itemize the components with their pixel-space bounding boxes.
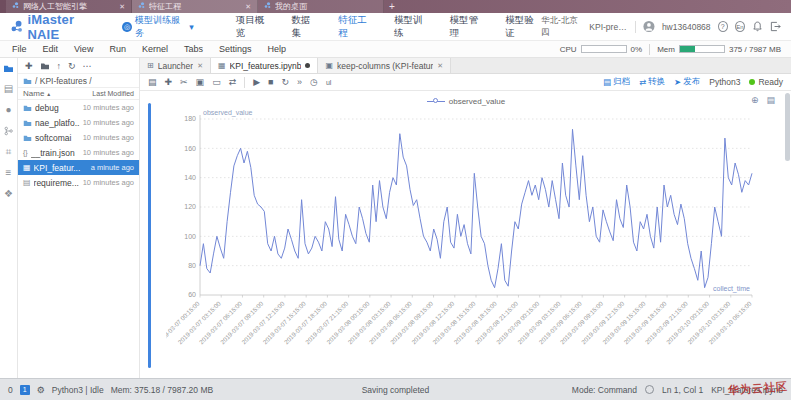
- editor-tab-label: KPI_features.ipynb: [230, 61, 302, 71]
- folder-icon: [23, 77, 32, 85]
- json-icon: {}: [23, 149, 28, 156]
- more-icon[interactable]: ⋯: [83, 61, 92, 71]
- menu-edit[interactable]: Edit: [35, 44, 67, 54]
- column-modified[interactable]: Last Modified: [92, 90, 134, 97]
- grid-icon[interactable]: ⌗: [6, 147, 12, 157]
- menu-help[interactable]: Help: [259, 44, 294, 54]
- kernel-name[interactable]: Python3: [709, 77, 740, 87]
- menu-run[interactable]: Run: [101, 44, 134, 54]
- logo-text: iMaster NAIE: [27, 12, 106, 42]
- menu-kernel[interactable]: Kernel: [134, 44, 176, 54]
- archive-button[interactable]: ▤归档: [603, 76, 630, 88]
- folder-icon[interactable]: [3, 64, 14, 73]
- file-browser: ✚↑↻⋯ / KPI-features / Name ▲ Last Modifi…: [18, 58, 140, 378]
- scrollbar-thumb[interactable]: [785, 93, 790, 161]
- new-tab-button[interactable]: +: [384, 0, 400, 13]
- region-label[interactable]: 华北-北京四: [541, 15, 582, 39]
- notebook-icon: ▦: [218, 61, 226, 70]
- language-icon[interactable]: En: [735, 21, 745, 32]
- editor-tab-0[interactable]: ⊞Launcher✕: [140, 58, 211, 73]
- exec-time-icon[interactable]: ◷: [310, 78, 318, 87]
- close-icon[interactable]: ✕: [245, 3, 251, 11]
- running-icon[interactable]: ▤: [4, 84, 13, 94]
- refresh-icon[interactable]: ↻: [68, 61, 76, 71]
- chart-legend[interactable]: observed_value: [166, 95, 766, 107]
- editor-tab-1[interactable]: ▦KPI_features.ipynb: [211, 58, 318, 73]
- cursor-position[interactable]: Ln 1, Col 1: [662, 385, 703, 395]
- action-label: 转换: [648, 76, 665, 88]
- file-row[interactable]: ▤requireme...10 minutes ago: [18, 175, 139, 190]
- file-row[interactable]: ▦KPI_featur...a minute ago: [18, 160, 139, 175]
- interrupt-icon[interactable]: ■: [268, 78, 273, 87]
- ext-icon[interactable]: ul: [326, 79, 331, 86]
- help-icon[interactable]: ?: [718, 21, 728, 32]
- file-row[interactable]: {}__train.json10 minutes ago: [18, 145, 139, 160]
- file-row[interactable]: nae_platfo...10 minutes ago: [18, 115, 139, 130]
- upload-icon[interactable]: ↑: [57, 61, 62, 71]
- nav-item-5[interactable]: 模型验证: [505, 14, 541, 40]
- nav-item-1[interactable]: 数据集: [291, 14, 318, 40]
- logout-icon[interactable]: [770, 21, 781, 32]
- close-icon[interactable]: ✕: [119, 3, 125, 11]
- paste-icon[interactable]: ▭: [212, 78, 221, 87]
- column-name[interactable]: Name: [23, 89, 44, 98]
- file-row[interactable]: softcomai10 minutes ago: [18, 130, 139, 145]
- mode-indicator[interactable]: Mode: Command: [572, 385, 637, 395]
- breadcrumb[interactable]: / KPI-features /: [18, 74, 139, 87]
- app-header: iMaster NAIE ◎ 模型训练服务 ▾ 项目概览数据集特征工程模型训练模…: [0, 13, 791, 41]
- run-icon[interactable]: ▶: [253, 78, 260, 87]
- menu-view[interactable]: View: [66, 44, 101, 54]
- kernel-indicator[interactable]: Python3 | Idle: [52, 385, 104, 395]
- publish-button[interactable]: ➤发布: [674, 76, 700, 88]
- file-row[interactable]: debug10 minutes ago: [18, 100, 139, 115]
- browser-tab-1[interactable]: 特征工程✕: [132, 0, 258, 13]
- nav-item-2[interactable]: 特征工程: [338, 14, 374, 40]
- close-icon[interactable]: ✕: [437, 62, 443, 70]
- nav-item-0[interactable]: 项目概览: [236, 14, 272, 40]
- git-icon[interactable]: [4, 126, 13, 136]
- service-dropdown[interactable]: ◎ 模型训练服务 ▾: [122, 14, 193, 40]
- restart-icon[interactable]: ↻: [282, 78, 290, 87]
- menu-tabs[interactable]: Tabs: [176, 44, 211, 54]
- unsaved-dot-icon: [305, 63, 310, 68]
- browser-tab-2[interactable]: 我的桌面: [258, 0, 384, 13]
- new-folder-icon[interactable]: [40, 62, 50, 70]
- menu-settings[interactable]: Settings: [211, 44, 260, 54]
- puzzle-icon[interactable]: ❖: [4, 189, 13, 199]
- zoom-in-icon[interactable]: ⊕: [751, 95, 759, 105]
- scrollbar[interactable]: [785, 93, 790, 374]
- bell-icon[interactable]: [752, 21, 763, 32]
- gear-icon[interactable]: ⚙: [37, 385, 45, 395]
- convert-button[interactable]: ⇄转换: [639, 76, 665, 88]
- notification-circle-icon[interactable]: [645, 385, 654, 394]
- kernels-count-badge[interactable]: 1: [20, 385, 30, 395]
- editor-tab-2[interactable]: ▣keep-columns (KPI-featur✕: [318, 58, 451, 73]
- copy-icon[interactable]: ▣: [196, 78, 205, 87]
- cut-icon[interactable]: ✂: [180, 78, 188, 87]
- list-icon[interactable]: ≡: [6, 168, 12, 178]
- avatar[interactable]: [643, 20, 655, 33]
- circle-icon[interactable]: ●: [5, 105, 11, 115]
- terminals-count[interactable]: 0: [8, 385, 13, 395]
- new-icon[interactable]: ✚: [25, 61, 33, 71]
- username-label[interactable]: hw13640868: [662, 22, 711, 32]
- menu-file[interactable]: File: [4, 44, 35, 54]
- cpu-label: CPU: [560, 45, 577, 54]
- insert-below-icon[interactable]: ✚: [165, 78, 173, 87]
- close-icon[interactable]: ✕: [197, 62, 203, 70]
- svg-text:80: 80: [188, 262, 196, 269]
- save-icon[interactable]: ▤: [148, 78, 157, 87]
- nav-item-4[interactable]: 模型管理: [450, 14, 486, 40]
- cpu-meter: [581, 45, 627, 53]
- tab-favicon-icon: [12, 2, 19, 11]
- nav-item-3[interactable]: 模型训练: [394, 14, 430, 40]
- file-modified: 10 minutes ago: [83, 118, 134, 127]
- swap-icon[interactable]: ⇄: [229, 78, 237, 87]
- export-icon[interactable]: ▤: [766, 95, 775, 105]
- sort-caret-icon[interactable]: ▲: [46, 91, 51, 97]
- statusbar-filename: KPI_features.ipynb: [711, 385, 783, 395]
- project-label[interactable]: KPI-predi...: [589, 22, 628, 32]
- run-all-icon[interactable]: »: [297, 78, 302, 87]
- tab-favicon-icon: [138, 2, 145, 11]
- publish-icon: ➤: [674, 77, 681, 87]
